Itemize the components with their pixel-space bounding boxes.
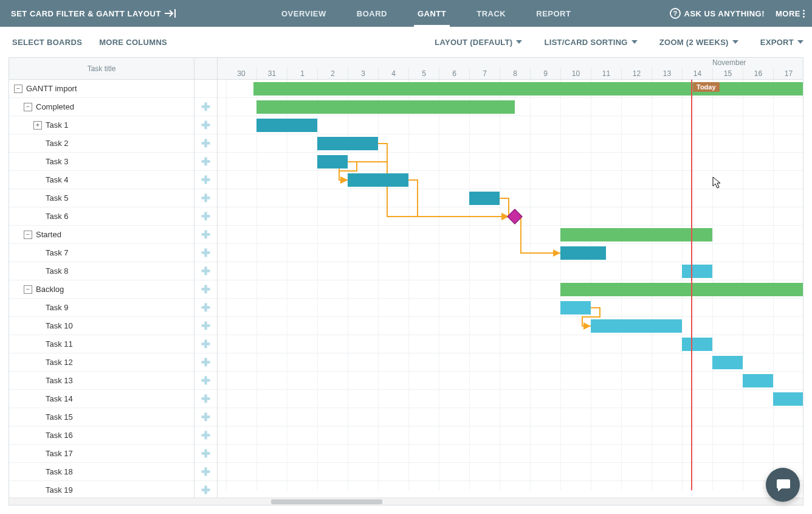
add-cell: ✚ — [194, 280, 217, 299]
add-task-icon[interactable]: ✚ — [201, 210, 210, 223]
nav-tab-track[interactable]: TRACK — [477, 0, 506, 27]
collapse-icon[interactable]: − — [24, 231, 32, 239]
gantt-task-bar[interactable] — [348, 173, 408, 187]
gantt-task-bar[interactable] — [256, 119, 317, 132]
task-label: Task 16 — [46, 431, 73, 440]
nav-tab-gantt[interactable]: GANTT — [418, 0, 446, 27]
toolbar-select-boards[interactable]: SELECT BOARDS — [12, 38, 82, 47]
add-task-icon[interactable]: ✚ — [201, 447, 210, 460]
add-cell: ✚ — [194, 207, 217, 226]
toolbar-more-columns[interactable]: MORE COLUMNS — [99, 38, 167, 47]
task-row[interactable]: Task 19 — [9, 481, 194, 498]
expand-icon[interactable]: + — [33, 121, 42, 130]
task-row[interactable]: Task 8 — [9, 262, 194, 280]
gantt-task-bar[interactable] — [712, 356, 743, 369]
add-task-icon[interactable]: ✚ — [201, 356, 210, 369]
gantt-task-bar[interactable] — [317, 155, 348, 168]
collapse-right-icon — [165, 9, 177, 18]
add-task-icon[interactable]: ✚ — [201, 100, 210, 114]
task-row[interactable]: Task 4 — [9, 171, 194, 189]
gantt-group-bar[interactable] — [253, 82, 803, 96]
add-task-icon[interactable]: ✚ — [201, 283, 210, 296]
task-row[interactable]: −Backlog — [9, 280, 194, 299]
gantt-group-bar[interactable] — [560, 228, 712, 241]
gantt-task-bar[interactable] — [743, 374, 773, 387]
toolbar-dd-0[interactable]: LAYOUT (DEFAULT) — [435, 38, 522, 47]
gantt-task-bar[interactable] — [317, 137, 378, 150]
gantt-task-bar[interactable] — [560, 301, 591, 314]
add-task-icon[interactable]: ✚ — [201, 374, 210, 387]
gantt-group-bar[interactable] — [256, 100, 515, 114]
task-row[interactable]: Task 18 — [9, 463, 194, 481]
scrollbar-thumb[interactable] — [271, 499, 382, 504]
add-task-icon[interactable]: ✚ — [201, 265, 210, 278]
more-label: MORE — [776, 9, 800, 18]
add-task-icon[interactable]: ✚ — [201, 137, 210, 150]
day-header-cell: 15 — [712, 68, 743, 79]
collapse-icon[interactable]: − — [14, 85, 22, 93]
gantt-container: Task title November 30311234567891011121… — [9, 57, 803, 505]
add-task-icon[interactable]: ✚ — [201, 319, 210, 333]
task-row[interactable]: Task 9 — [9, 299, 194, 317]
add-task-icon[interactable]: ✚ — [201, 192, 210, 205]
task-row[interactable]: −Started — [9, 226, 194, 244]
collapse-icon[interactable]: − — [24, 103, 32, 111]
task-row[interactable]: Task 17 — [9, 445, 194, 463]
add-task-icon[interactable]: ✚ — [201, 301, 210, 314]
task-row[interactable]: Task 13 — [9, 372, 194, 390]
task-row[interactable]: Task 2 — [9, 134, 194, 153]
gantt-chart[interactable]: Today — [218, 80, 803, 498]
task-row[interactable]: +Task 1 — [9, 116, 194, 134]
add-cell: ✚ — [194, 353, 217, 372]
more-menu-button[interactable]: MORE — [776, 9, 805, 18]
nav-tab-report[interactable]: REPORT — [536, 0, 571, 27]
toolbar-dd-3[interactable]: EXPORT — [760, 38, 803, 47]
task-row[interactable]: −GANTT import — [9, 80, 194, 98]
set-filter-button[interactable]: SET CARD FILTER & GANTT LAYOUT — [5, 9, 183, 18]
task-row[interactable]: Task 15 — [9, 408, 194, 426]
gantt-task-bar[interactable] — [773, 392, 803, 406]
task-row[interactable]: Task 11 — [9, 335, 194, 353]
add-task-icon[interactable]: ✚ — [201, 155, 210, 168]
mouse-cursor-icon — [712, 176, 722, 190]
toolbar-dd-2[interactable]: ZOOM (2 WEEKS) — [659, 38, 738, 47]
add-task-icon[interactable]: ✚ — [201, 119, 210, 132]
task-row[interactable]: Task 5 — [9, 189, 194, 207]
task-row[interactable]: Task 7 — [9, 244, 194, 262]
task-row[interactable]: Task 12 — [9, 353, 194, 372]
task-row[interactable]: Task 10 — [9, 317, 194, 335]
task-row[interactable]: Task 6 — [9, 207, 194, 226]
gantt-task-bar[interactable] — [591, 319, 682, 333]
horizontal-scrollbar[interactable] — [9, 498, 803, 505]
task-label: Task 7 — [46, 248, 69, 257]
add-task-icon[interactable]: ✚ — [201, 228, 210, 241]
toolbar-dd-1[interactable]: LIST/CARD SORTING — [544, 38, 637, 47]
nav-tab-overview[interactable]: OVERVIEW — [281, 0, 326, 27]
gantt-task-bar[interactable] — [469, 192, 500, 205]
add-task-icon[interactable]: ✚ — [201, 338, 210, 351]
add-task-icon[interactable]: ✚ — [201, 429, 210, 442]
chat-widget-button[interactable] — [766, 468, 800, 502]
gantt-group-bar[interactable] — [560, 283, 803, 296]
vgrid-line — [287, 80, 287, 490]
add-task-icon[interactable]: ✚ — [201, 465, 210, 479]
add-task-icon[interactable]: ✚ — [201, 392, 210, 406]
day-header-cell: 1 — [287, 68, 317, 79]
task-row[interactable]: Task 16 — [9, 426, 194, 445]
nav-tab-board[interactable]: BOARD — [357, 0, 387, 27]
add-task-icon[interactable]: ✚ — [201, 411, 210, 424]
add-task-icon[interactable]: ✚ — [201, 173, 210, 187]
gantt-task-bar[interactable] — [682, 338, 712, 351]
gantt-task-bar[interactable] — [560, 246, 606, 260]
vgrid-line — [500, 80, 500, 490]
task-row[interactable]: −Completed — [9, 98, 194, 116]
task-row[interactable]: Task 14 — [9, 390, 194, 408]
task-row[interactable]: Task 3 — [9, 153, 194, 171]
gantt-task-bar[interactable] — [682, 265, 712, 278]
ask-us-button[interactable]: ? ASK US ANYTHING! — [670, 8, 765, 19]
collapse-icon[interactable]: − — [24, 285, 32, 294]
chevron-down-icon — [631, 40, 638, 44]
add-task-icon[interactable]: ✚ — [201, 246, 210, 260]
set-filter-label: SET CARD FILTER & GANTT LAYOUT — [11, 9, 161, 18]
add-task-icon[interactable]: ✚ — [201, 484, 210, 497]
